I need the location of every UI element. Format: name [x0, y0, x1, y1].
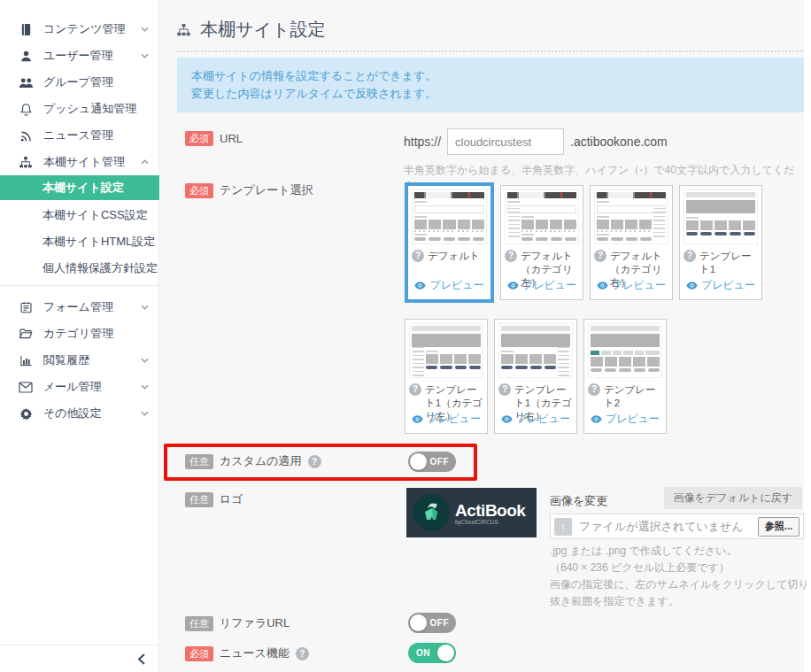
- template-thumbnail: [505, 189, 579, 244]
- folder-icon: [18, 328, 34, 340]
- logo-help-line3: 画像の指定後に、左のサムネイルをクリックして切り抜き範囲を指定できます。: [550, 576, 811, 610]
- template-card-default[interactable]: ? デフォルト プレビュー: [405, 182, 494, 303]
- sidebar-item-users[interactable]: ユーザー管理: [0, 42, 159, 69]
- help-icon[interactable]: ?: [498, 383, 511, 396]
- sidebar-item-news[interactable]: ニュース管理: [0, 122, 159, 149]
- sidebar-item-forms[interactable]: フォーム管理: [0, 294, 159, 321]
- eye-icon: [501, 415, 513, 423]
- logo-help-line2: （640 × 236 ピクセル以上必要です）: [550, 560, 811, 576]
- sidebar-item-categories[interactable]: カテゴリ管理: [0, 321, 159, 347]
- reset-image-button[interactable]: 画像をデフォルトに戻す: [664, 487, 802, 509]
- help-icon[interactable]: ?: [308, 455, 321, 468]
- help-icon[interactable]: ?: [296, 647, 309, 660]
- chevron-down-icon: [141, 305, 149, 310]
- chevron-down-icon: [141, 384, 149, 390]
- template-preview-link[interactable]: プレビュー: [584, 412, 666, 427]
- sidebar-item-groups[interactable]: グループ管理: [0, 69, 159, 96]
- url-suffix: .actibookone.com: [570, 135, 668, 149]
- sidebar-item-label: メール管理: [43, 379, 102, 395]
- sidebar-item-bookshelf-site[interactable]: 本棚サイト管理: [0, 149, 159, 175]
- browse-button[interactable]: 参照...: [758, 517, 799, 537]
- info-banner-line2: 変更した内容はリアルタイムで反映されます。: [191, 85, 790, 103]
- template-card-default-cat-left[interactable]: ? デフォルト（カテゴリ左） プレビュー: [500, 185, 583, 300]
- template-thumbnail: [409, 323, 483, 378]
- users-group-icon: [18, 76, 34, 89]
- template-card-template1-cat-left[interactable]: ? テンプレート1（カテゴリ左） プレビュー: [405, 319, 488, 434]
- eye-icon: [507, 282, 519, 290]
- template-card-default-cat-right[interactable]: ? デフォルト（カテゴリ右） プレビュー: [590, 185, 673, 300]
- chevron-down-icon: [141, 27, 149, 32]
- sidebar-item-other-settings[interactable]: その他設定: [0, 400, 159, 427]
- bell-icon: [18, 103, 34, 116]
- template-preview-link[interactable]: プレビュー: [495, 412, 576, 427]
- toggle-knob: [437, 645, 454, 661]
- page-title: 本棚サイト設定: [176, 18, 325, 42]
- template-label: テンプレート選択: [220, 182, 313, 198]
- sidebar-item-label: その他設定: [43, 406, 102, 421]
- help-icon[interactable]: ?: [594, 250, 606, 262]
- help-icon[interactable]: ?: [505, 250, 517, 262]
- eye-icon: [591, 415, 602, 423]
- referer-toggle[interactable]: OFF: [408, 613, 456, 633]
- template-preview-link[interactable]: プレビュー: [680, 278, 761, 293]
- sidebar-collapse-button[interactable]: [138, 653, 145, 665]
- sidebar-subitem-css-settings[interactable]: 本棚サイトCSS設定: [0, 202, 159, 228]
- template-thumbnail: [588, 323, 662, 378]
- sidebar-item-label: 閲覧履歴: [43, 352, 89, 368]
- referer-row-label: 任意 リファラURL: [185, 615, 290, 631]
- sidebar-footer: [0, 645, 159, 672]
- brand-name: ActiBook: [455, 501, 525, 521]
- sidebar-item-label: 本棚サイト管理: [43, 154, 125, 170]
- form-icon: [18, 301, 34, 314]
- sidebar-item-label: フォーム管理: [43, 299, 113, 315]
- sidebar-item-view-history[interactable]: 閲覧履歴: [0, 347, 159, 374]
- custom-apply-label: カスタムの適用: [220, 453, 302, 469]
- required-badge: 必須: [185, 646, 213, 661]
- help-icon[interactable]: ?: [409, 383, 421, 396]
- help-icon[interactable]: ?: [684, 250, 696, 262]
- news-toggle[interactable]: ON: [408, 643, 456, 663]
- optional-badge: 任意: [185, 454, 213, 469]
- chevron-down-icon: [141, 358, 149, 363]
- template-preview-link[interactable]: プレビュー: [406, 412, 487, 427]
- goat-logo-icon: [413, 494, 450, 531]
- template-preview-link[interactable]: プレビュー: [591, 278, 672, 293]
- sidebar-item-mail[interactable]: メール管理: [0, 374, 159, 400]
- sidebar-subitem-html-settings[interactable]: 本棚サイトHTML設定: [0, 228, 159, 255]
- required-badge: 必須: [185, 183, 213, 198]
- template-card-template2[interactable]: ? テンプレート2 プレビュー: [583, 319, 667, 434]
- sidebar-item-contents[interactable]: コンテンツ管理: [0, 16, 159, 42]
- template-thumbnail: [684, 189, 758, 244]
- sidebar: コンテンツ管理 ユーザー管理 グループ管理 プッシュ通知管理: [0, 0, 159, 672]
- sidebar-item-push-notifications[interactable]: プッシュ通知管理: [0, 96, 159, 122]
- news-label: ニュース機能: [220, 645, 290, 661]
- sidebar-subitem-privacy-policy[interactable]: 個人情報保護方針設定: [0, 255, 159, 282]
- mail-icon: [18, 382, 34, 393]
- toggle-knob: [410, 614, 427, 631]
- eye-icon: [414, 282, 426, 290]
- logo-thumbnail[interactable]: ActiBook byCloudCIRCUS: [406, 488, 537, 537]
- help-icon[interactable]: ?: [588, 383, 600, 396]
- optional-badge: 任意: [185, 616, 213, 631]
- sidebar-item-label: ユーザー管理: [43, 48, 113, 64]
- rss-icon: [18, 129, 34, 143]
- chevron-down-icon: [141, 53, 149, 58]
- template-card-template1-cat-right[interactable]: ? テンプレート1（カテゴリ右） プレビュー: [494, 319, 577, 434]
- sitemap-icon: [176, 23, 191, 37]
- logo-help-text: .jpg または .png で作成してください。 （640 × 236 ピクセル…: [550, 543, 811, 610]
- sidebar-subitem-site-settings[interactable]: 本棚サイト設定: [0, 175, 159, 200]
- url-row-label: 必須 URL: [185, 131, 243, 146]
- help-icon[interactable]: ?: [412, 250, 424, 262]
- sidebar-item-label: コンテンツ管理: [43, 21, 126, 37]
- custom-apply-row-label: 任意 カスタムの適用 ?: [185, 453, 321, 469]
- template-preview-link[interactable]: プレビュー: [408, 278, 490, 293]
- title-divider: [177, 50, 804, 52]
- sidebar-item-label: カテゴリ管理: [43, 326, 113, 342]
- template-card-template1[interactable]: ? テンプレート1 プレビュー: [679, 185, 762, 300]
- template-name: ? デフォルト: [412, 250, 487, 263]
- custom-apply-toggle[interactable]: OFF: [408, 452, 456, 472]
- url-subdomain-input[interactable]: [447, 128, 564, 155]
- file-upload-field[interactable]: ↑ ファイルが選択されていません 参照...: [550, 514, 804, 539]
- template-name: ? テンプレート1: [684, 250, 758, 276]
- template-preview-link[interactable]: プレビュー: [501, 278, 583, 293]
